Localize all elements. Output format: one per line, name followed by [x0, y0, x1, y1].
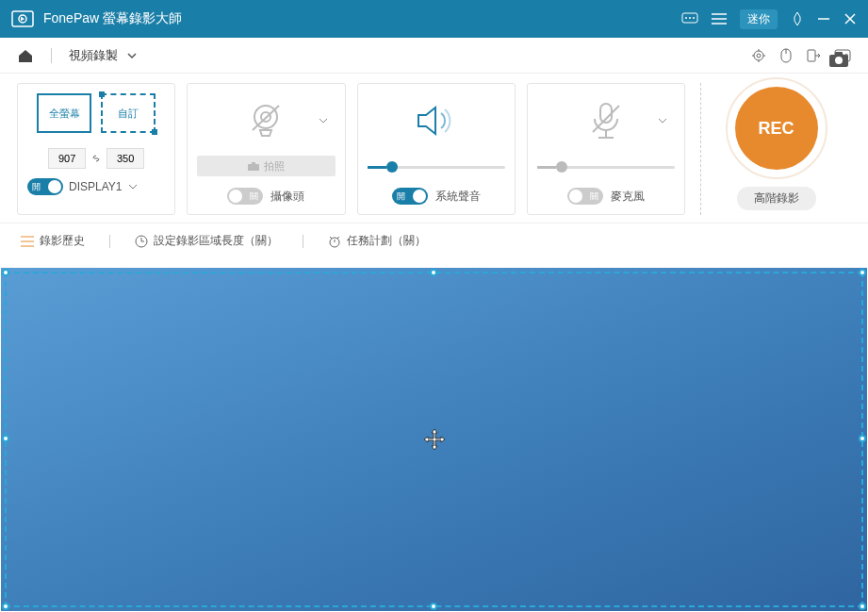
- svg-rect-30: [248, 164, 259, 171]
- resize-handle-tl[interactable]: [2, 269, 9, 276]
- webcam-toggle[interactable]: 關: [227, 188, 263, 205]
- resize-handle-tr[interactable]: [859, 269, 866, 276]
- top-toolbar: 視頻錄製 F10: [0, 38, 868, 74]
- feedback-icon[interactable]: [681, 12, 698, 25]
- system-volume-slider[interactable]: [368, 161, 505, 174]
- speaker-icon: [413, 102, 460, 140]
- resize-handle-br[interactable]: [859, 603, 866, 610]
- svg-marker-2: [21, 17, 25, 22]
- home-icon[interactable]: [17, 48, 34, 63]
- svg-point-4: [685, 17, 687, 19]
- webcam-snapshot-button[interactable]: 拍照: [197, 156, 335, 176]
- move-cursor-icon: [422, 427, 447, 452]
- mini-mode-button[interactable]: 迷你: [740, 9, 778, 29]
- resize-handle-ml[interactable]: [2, 435, 9, 442]
- webcam-card: 拍照 關 攝像頭: [187, 83, 345, 215]
- status-bar: 錄影歷史 設定錄影區域長度（關） 任務計劃（關）: [0, 223, 868, 258]
- svg-point-6: [693, 17, 695, 19]
- settings-icon[interactable]: [751, 48, 766, 63]
- mic-volume-slider[interactable]: [537, 161, 675, 174]
- minimize-icon[interactable]: [817, 12, 830, 25]
- svg-point-14: [757, 54, 761, 58]
- webcam-off-icon: [245, 102, 287, 140]
- record-button[interactable]: REC: [735, 87, 818, 170]
- display-dropdown-icon[interactable]: [127, 181, 139, 192]
- fullscreen-button[interactable]: 全螢幕: [37, 93, 91, 133]
- screen-area-card: 全螢幕 自訂 開 DISPLAY1: [17, 83, 175, 215]
- svg-rect-25: [835, 52, 843, 56]
- resize-handle-tm[interactable]: [430, 269, 437, 276]
- list-icon: [21, 236, 34, 247]
- schedule-button[interactable]: 任務計劃（關）: [328, 233, 426, 249]
- custom-area-button[interactable]: 自訂: [101, 93, 156, 133]
- webcam-label: 攝像頭: [270, 189, 304, 205]
- svg-line-44: [330, 237, 332, 239]
- link-dimensions-icon[interactable]: [90, 152, 103, 165]
- microphone-toggle[interactable]: 關: [567, 188, 603, 205]
- svg-point-13: [754, 51, 763, 60]
- svg-line-45: [337, 237, 339, 239]
- system-sound-toggle[interactable]: 開: [392, 188, 428, 205]
- close-icon[interactable]: [843, 12, 857, 25]
- app-title: FonePaw 螢幕錄影大師: [43, 10, 681, 27]
- app-logo-icon: [11, 10, 34, 27]
- export-icon[interactable]: [806, 48, 821, 63]
- svg-line-35: [593, 106, 619, 132]
- height-input[interactable]: [106, 148, 144, 169]
- pin-icon[interactable]: [791, 11, 804, 26]
- microphone-card: 關 麥克風: [527, 83, 685, 215]
- webcam-dropdown-icon[interactable]: [317, 114, 330, 127]
- history-button[interactable]: 錄影歷史: [21, 233, 85, 249]
- resize-handle-mr[interactable]: [859, 435, 866, 442]
- display-name: DISPLAY1: [69, 180, 122, 193]
- microphone-off-icon: [587, 100, 625, 141]
- system-sound-card: 開 系統聲音: [357, 83, 516, 215]
- system-sound-label: 系統聲音: [435, 189, 481, 205]
- microphone-label: 麥克風: [611, 189, 645, 205]
- svg-rect-31: [252, 162, 255, 165]
- mode-dropdown-icon[interactable]: [125, 49, 139, 62]
- capture-preview-area[interactable]: [1, 268, 867, 611]
- resize-handle-bm[interactable]: [430, 603, 437, 610]
- clock-icon: [135, 235, 148, 248]
- svg-point-26: [835, 57, 843, 64]
- advanced-record-button[interactable]: 高階錄影: [737, 187, 816, 210]
- mic-dropdown-icon[interactable]: [656, 114, 669, 127]
- record-column: REC 高階錄影: [700, 83, 851, 215]
- resize-handle-bl[interactable]: [2, 603, 9, 610]
- svg-rect-21: [808, 50, 815, 61]
- settings-cards: 全螢幕 自訂 開 DISPLAY1 拍照 關 攝像頭: [0, 74, 868, 223]
- mouse-icon[interactable]: [779, 48, 793, 63]
- selection-rectangle[interactable]: [5, 272, 863, 607]
- screenshot-icon[interactable]: [828, 51, 849, 68]
- svg-point-5: [689, 17, 691, 19]
- record-length-button[interactable]: 設定錄影區域長度（關）: [135, 233, 278, 249]
- titlebar: FonePaw 螢幕錄影大師 迷你: [0, 0, 868, 38]
- alarm-icon: [328, 235, 341, 248]
- mode-label: 視頻錄製: [69, 47, 118, 64]
- screen-toggle[interactable]: 開: [27, 178, 63, 195]
- menu-icon[interactable]: [712, 13, 727, 25]
- width-input[interactable]: [48, 148, 86, 169]
